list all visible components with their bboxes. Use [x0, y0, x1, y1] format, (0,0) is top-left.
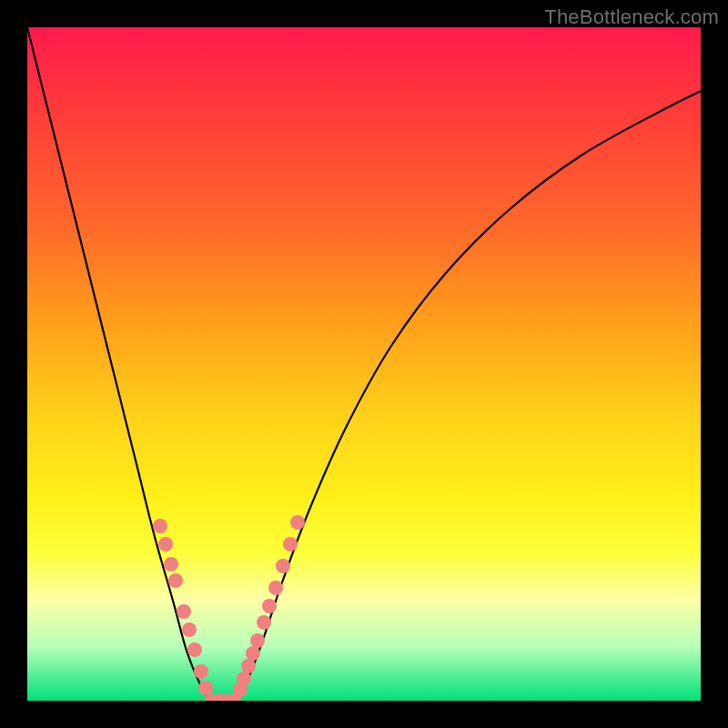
data-marker [250, 633, 265, 648]
data-marker [268, 581, 283, 595]
data-marker [276, 559, 290, 573]
data-marker [237, 672, 251, 686]
data-marker [241, 659, 256, 673]
watermark-text: TheBottleneck.com [544, 5, 719, 29]
data-marker [283, 537, 298, 551]
data-marker [168, 573, 183, 588]
curve-layer [27, 27, 701, 701]
data-marker [158, 537, 173, 551]
data-marker [182, 622, 197, 637]
data-marker [246, 646, 260, 661]
data-marker [262, 599, 277, 613]
data-markers [153, 515, 305, 697]
data-marker [164, 557, 178, 571]
data-marker [153, 519, 167, 533]
data-marker [187, 642, 202, 657]
right-branch-curve [237, 91, 701, 699]
data-marker [290, 515, 305, 530]
data-marker [198, 681, 213, 695]
chart-frame: TheBottleneck.com [0, 0, 728, 728]
data-marker [257, 615, 271, 630]
left-branch-curve [27, 27, 209, 699]
data-marker [194, 664, 208, 679]
data-marker [177, 604, 191, 619]
plot-area [27, 27, 701, 701]
